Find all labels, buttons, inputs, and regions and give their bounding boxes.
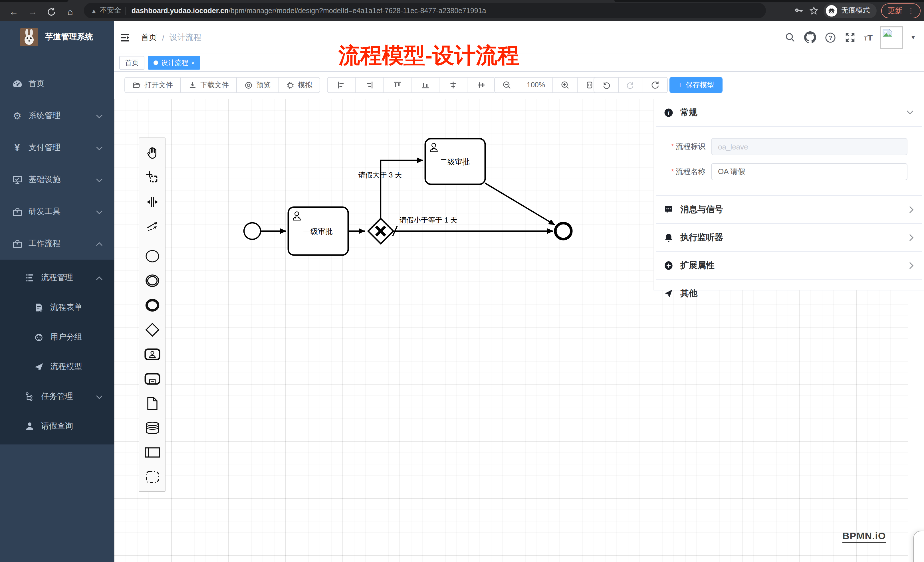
annotation-title: 流程模型-设计流程 — [339, 41, 519, 70]
sidebar-menu: 首页 ⚙ 系统管理 ¥ 支付管理 基础设施 — [0, 53, 114, 445]
chevron-down-icon — [906, 110, 914, 115]
search-icon[interactable] — [784, 31, 797, 43]
task-first-approval[interactable]: 一级审批 — [288, 207, 348, 255]
process-name-input[interactable]: OA 请假 — [711, 163, 908, 180]
section-execution-listener[interactable]: 执行监听器 — [654, 224, 924, 251]
sidebar-item-label: 工作流程 — [28, 238, 60, 249]
zoom-in-button[interactable] — [553, 78, 578, 93]
browser-reload-button[interactable] — [45, 5, 58, 18]
undo-button[interactable] — [594, 78, 619, 93]
address-bar[interactable]: ▲ 不安全 dashboard.yudao.iocoder.cn/bpm/man… — [84, 3, 766, 18]
section-extended-attrs[interactable]: 扩展属性 — [654, 252, 924, 279]
sidebar-item-process-mgmt[interactable]: 流程管理 — [0, 263, 114, 293]
sidebar: 芋道管理系统 首页 ⚙ 系统管理 ¥ 支付管理 — [0, 21, 114, 562]
align-top-icon[interactable] — [384, 78, 411, 93]
flow-label-gt3[interactable]: 请假大于 3 天 — [358, 171, 402, 179]
restart-button[interactable] — [643, 78, 667, 93]
form-edit-icon — [33, 302, 45, 313]
bell-icon — [663, 232, 674, 243]
avatar[interactable] — [880, 26, 903, 49]
open-file-button[interactable]: 打开文件 — [125, 78, 181, 93]
process-name-label: *流程名称 — [654, 166, 711, 177]
screen: ← → ⌂ ▲ 不安全 dashboard.yudao.iocoder.cn/b… — [0, 0, 924, 562]
sidebar-item-system[interactable]: ⚙ 系统管理 — [0, 100, 114, 132]
dashboard-icon — [11, 78, 23, 90]
sidebar-item-workflow[interactable]: 工作流程 — [0, 228, 114, 259]
align-left-icon[interactable] — [328, 78, 356, 93]
sidebar-item-leave-query[interactable]: 请假查询 — [0, 411, 114, 441]
simulate-button[interactable]: 模拟 — [279, 78, 320, 93]
redo-button[interactable] — [619, 78, 643, 93]
sidebar-item-label: 流程表单 — [50, 303, 82, 313]
url-host: dashboard.yudao.iocoder.cn — [132, 7, 229, 15]
flow-gateway-to-task2[interactable] — [381, 160, 423, 219]
avatar-caret-icon[interactable]: ▼ — [910, 34, 916, 40]
breadcrumb-home[interactable]: 首页 — [141, 32, 157, 42]
zoom-out-button[interactable] — [495, 78, 519, 93]
browser-back-button[interactable]: ← — [7, 5, 21, 18]
github-icon[interactable] — [804, 31, 817, 43]
section-message-signal[interactable]: 消息与信号 — [654, 196, 924, 223]
save-model-button[interactable]: + 保存模型 — [669, 77, 723, 93]
sidebar-item-infra[interactable]: 基础设施 — [0, 164, 114, 196]
plus-circle-icon — [663, 260, 674, 270]
fullscreen-icon[interactable] — [844, 31, 856, 43]
sidebar-item-label: 首页 — [28, 79, 45, 89]
download-file-button[interactable]: 下载文件 — [181, 78, 237, 93]
preview-button[interactable]: 预览 — [237, 78, 279, 93]
app-title: 芋道管理系统 — [45, 32, 93, 42]
align-right-icon[interactable] — [356, 78, 384, 93]
sidebar-item-task-mgmt[interactable]: 任务管理 — [0, 382, 114, 411]
process-key-input[interactable]: oa_leave — [711, 138, 908, 155]
monitor-icon — [11, 174, 23, 186]
password-key-icon[interactable] — [794, 5, 804, 16]
sidebar-item-user-group[interactable]: 用户分组 — [0, 322, 114, 352]
active-dot — [153, 60, 158, 65]
sidebar-item-devtools[interactable]: 研发工具 — [0, 196, 114, 228]
start-event[interactable] — [244, 223, 261, 239]
task-second-approval[interactable]: 二级审批 — [425, 139, 485, 184]
url-path: /bpm/manager/model/design?modelId=e4a1a1… — [229, 7, 486, 15]
panel-scroll-gutter — [908, 291, 924, 562]
browser-forward-button[interactable]: → — [26, 5, 39, 18]
end-event[interactable] — [555, 223, 571, 239]
breadcrumb-current: 设计流程 — [170, 32, 201, 42]
properties-panel: i 常规 *流程标识 oa_leave *流程名称 OA 请假 — [654, 99, 924, 291]
process-key-label: *流程标识 — [654, 141, 711, 152]
bpmn-io-watermark[interactable]: BPMN.iO — [842, 531, 886, 543]
yen-icon: ¥ — [11, 142, 23, 153]
workflow-submenu: 流程管理 流程表单 用户分组 — [0, 259, 114, 445]
sidebar-item-label: 任务管理 — [41, 391, 73, 402]
sidebar-item-payment[interactable]: ¥ 支付管理 — [0, 132, 114, 164]
bpmn-canvas[interactable]: 请假大于 3 天 请假小于等于 1 天 一级审批 — [114, 99, 924, 562]
tag-design-active[interactable]: 设计流程 × — [148, 56, 201, 70]
align-center-icon[interactable] — [467, 78, 495, 93]
sidebar-collapse-icon[interactable] — [119, 30, 133, 44]
sidebar-logo[interactable]: 芋道管理系统 — [0, 21, 114, 53]
not-secure-label: 不安全 — [100, 6, 121, 15]
section-general[interactable]: i 常规 — [654, 99, 924, 126]
tag-close-icon[interactable]: × — [191, 59, 195, 66]
exclusive-gateway[interactable] — [368, 219, 393, 244]
sidebar-item-label: 基础设施 — [28, 175, 60, 185]
sidebar-item-label: 支付管理 — [28, 142, 60, 153]
tag-home[interactable]: 首页 — [119, 56, 144, 70]
align-bottom-icon[interactable] — [411, 78, 440, 93]
sidebar-item-process-form[interactable]: 流程表单 — [0, 293, 114, 322]
sidebar-item-process-model[interactable]: 流程模型 — [0, 352, 114, 382]
flow-label-le1[interactable]: 请假小于等于 1 天 — [399, 216, 458, 224]
sidebar-item-home[interactable]: 首页 — [0, 68, 114, 100]
flow-task2-to-end[interactable] — [485, 183, 555, 225]
browser-update-button[interactable]: 更新 ⋮ — [881, 3, 921, 18]
help-icon[interactable]: ? — [824, 31, 837, 43]
chevron-right-icon — [909, 262, 914, 269]
browser-menu-dots-icon[interactable]: ⋮ — [908, 7, 914, 15]
bookmark-star-icon[interactable] — [809, 5, 819, 16]
browser-home-button[interactable]: ⌂ — [63, 5, 77, 18]
toolbox-icon — [11, 206, 23, 217]
toolbox-icon — [11, 238, 23, 249]
font-size-icon[interactable]: TT — [864, 33, 873, 42]
section-other[interactable]: 其他 — [654, 280, 924, 307]
align-middle-icon[interactable] — [440, 78, 467, 93]
zoom-level[interactable]: 100% — [519, 78, 553, 93]
